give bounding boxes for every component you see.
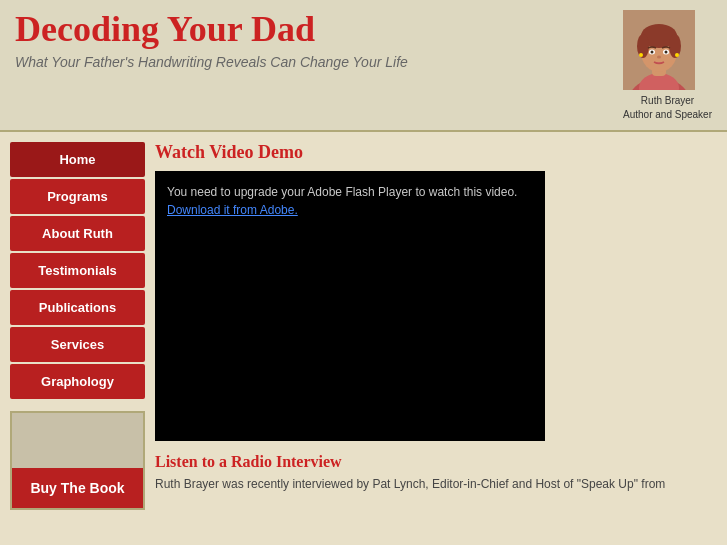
svg-point-14 (639, 53, 643, 57)
radio-section: Listen to a Radio Interview Ruth Brayer … (155, 453, 717, 493)
sidebar-item-about-ruth[interactable]: About Ruth (10, 216, 145, 251)
svg-point-8 (669, 34, 681, 58)
author-photo (623, 10, 695, 90)
sidebar-item-graphology[interactable]: Graphology (10, 364, 145, 399)
video-player[interactable]: You need to upgrade your Adobe Flash Pla… (155, 171, 545, 441)
watch-video-title: Watch Video Demo (155, 142, 717, 163)
site-header: Decoding Your Dad What Your Father's Han… (0, 0, 727, 132)
sidebar: Home Programs About Ruth Testimonials Pu… (10, 142, 145, 510)
main-content: Watch Video Demo You need to upgrade you… (155, 142, 717, 493)
radio-description: Ruth Brayer was recently interviewed by … (155, 475, 717, 493)
svg-point-12 (665, 51, 668, 54)
svg-point-15 (675, 53, 679, 57)
main-layout: Home Programs About Ruth Testimonials Pu… (0, 132, 727, 520)
sidebar-item-testimonials[interactable]: Testimonials (10, 253, 145, 288)
buy-book-button[interactable]: Buy The Book (12, 468, 143, 508)
sidebar-item-home[interactable]: Home (10, 142, 145, 177)
buy-book-image (12, 413, 143, 468)
sidebar-item-programs[interactable]: Programs (10, 179, 145, 214)
svg-point-11 (651, 51, 654, 54)
site-subtitle: What Your Father's Handwriting Reveals C… (15, 54, 408, 70)
buy-book-box: Buy The Book (10, 411, 145, 510)
author-caption: Ruth Brayer Author and Speaker (623, 94, 712, 122)
svg-point-7 (637, 34, 649, 58)
video-download-link[interactable]: Download it from Adobe. (167, 203, 533, 217)
sidebar-item-services[interactable]: Services (10, 327, 145, 362)
sidebar-item-publications[interactable]: Publications (10, 290, 145, 325)
radio-interview-title: Listen to a Radio Interview (155, 453, 717, 471)
header-left: Decoding Your Dad What Your Father's Han… (15, 10, 408, 70)
site-title: Decoding Your Dad (15, 10, 408, 50)
header-right: Ruth Brayer Author and Speaker (623, 10, 712, 122)
video-upgrade-message: You need to upgrade your Adobe Flash Pla… (167, 183, 533, 201)
svg-point-13 (657, 56, 661, 59)
